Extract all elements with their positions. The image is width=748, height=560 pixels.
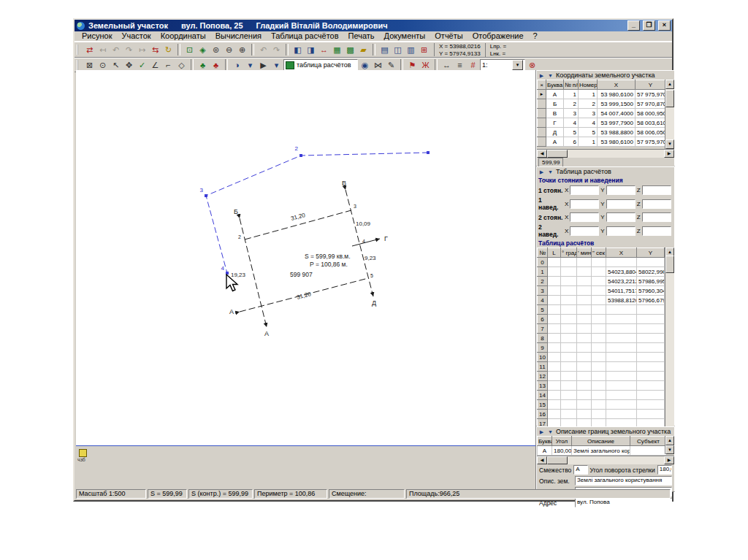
refresh-icon[interactable]: ↻ (162, 45, 175, 55)
region-select-icon[interactable]: ◇ (175, 60, 188, 71)
col-l[interactable]: L (548, 248, 561, 258)
scroll-down-icon[interactable]: ▼ (665, 445, 674, 455)
titlebar[interactable]: Земельный участок вул. Попова, 25 Гладки… (75, 20, 672, 31)
menu-risunok[interactable]: Рисунок (77, 31, 117, 41)
tree-delete-icon[interactable]: ♣ (210, 60, 222, 71)
play-dropdown-icon[interactable]: ▾ (270, 60, 283, 71)
toolbar-grip[interactable] (77, 45, 80, 55)
zoom-pan-icon[interactable]: ⊙ (96, 60, 109, 71)
menu-otobrazhenie[interactable]: Отображение (468, 31, 528, 41)
angle-measure-icon[interactable]: ∠ (149, 60, 161, 71)
snap-icon[interactable]: ✓ (136, 60, 148, 71)
menu-tablica-raschetov[interactable]: Таблица расчётов (267, 31, 343, 41)
nav-prev-icon[interactable]: ↶ (110, 45, 122, 55)
coordinates-row[interactable]: ► А 1 1 53 980,6100 57 975,970 (538, 90, 666, 99)
calc-panel-header[interactable]: ▶ ▼ Таблица расчётов (537, 167, 674, 176)
scale-combobox[interactable]: 1: ▾ (480, 59, 525, 71)
mode-combobox[interactable]: таблица расчётов (283, 59, 358, 71)
station-z-field[interactable] (642, 185, 671, 195)
calc-row[interactable]: 4 53988,8126 57966,679 0 (538, 296, 667, 305)
smezhestvo-field[interactable]: А (573, 465, 587, 475)
page-setup-icon[interactable]: ⊞ (418, 45, 430, 55)
scroll-right-icon[interactable]: ▶ (664, 456, 674, 464)
tree-add-icon[interactable]: ♣ (196, 60, 209, 71)
boundary-arrow-g[interactable] (352, 239, 380, 246)
calc-row[interactable]: 7 (538, 324, 667, 334)
col-sek[interactable]: " сек (592, 248, 606, 258)
scroll-thumb[interactable] (665, 90, 674, 107)
blue-point-marker[interactable] (205, 194, 207, 197)
scroll-thumb[interactable] (665, 256, 674, 273)
calc-row[interactable]: 10 (538, 353, 667, 362)
coordinates-row[interactable]: А 6 1 53 980,6100 57 975,970 (538, 137, 666, 147)
panel-collapse-icon[interactable]: ▼ (547, 429, 554, 435)
calc-row[interactable]: 9 (538, 343, 667, 353)
shift-points-2-icon[interactable]: ⇆ (149, 45, 161, 55)
zoom-object-icon[interactable]: ◈ (196, 45, 209, 55)
col-selector[interactable]: × (538, 80, 546, 90)
report-icon[interactable]: ▤ (378, 45, 391, 55)
minimize-button[interactable]: _ (627, 20, 640, 31)
cell-right-icon[interactable]: ◨ (305, 45, 317, 55)
menu-uchastok[interactable]: Участок (118, 31, 156, 41)
print-preview-icon[interactable]: ◫ (392, 45, 404, 55)
toolbar-grip[interactable] (77, 60, 80, 70)
calc-row[interactable]: 16 (538, 410, 667, 419)
flag-icon[interactable]: ⚑ (406, 60, 419, 71)
fragment-point-icon[interactable] (79, 449, 87, 457)
col-y[interactable]: Y (636, 80, 666, 90)
play-menu-icon[interactable]: ▶ (257, 60, 270, 71)
undo-icon[interactable]: ↶ (257, 45, 270, 55)
menu-otchety[interactable]: Отчёты (430, 31, 467, 41)
calc-row[interactable]: 5 (538, 305, 667, 315)
vertical-scrollbar[interactable]: ▲ ▼ (665, 80, 674, 149)
calc-row[interactable]: 15 (538, 400, 667, 410)
bounds-row[interactable]: А 180,00 Землі загального корист (538, 446, 667, 456)
col-min[interactable]: ' мин (577, 248, 592, 258)
calc-row[interactable]: 11 (538, 362, 667, 372)
scroll-down-icon[interactable]: ▼ (665, 139, 674, 149)
restore-button[interactable]: ❐ (643, 20, 655, 31)
shift-points-icon[interactable]: ⇄ (83, 45, 96, 55)
converge-icon[interactable]: ⋈ (372, 60, 384, 71)
station-x-field[interactable] (570, 199, 599, 209)
vertical-scrollbar[interactable]: ▲ ▼ (665, 248, 674, 440)
calc-table-icon[interactable]: ▦ (331, 45, 343, 55)
station-y-field[interactable] (606, 185, 636, 195)
print-icon[interactable]: ▥ (405, 45, 417, 55)
menu-koordinaty[interactable]: Координаты (156, 31, 210, 41)
calc-row[interactable]: 12 (538, 372, 667, 381)
grid-mx-icon[interactable]: # (467, 60, 479, 71)
scroll-left-icon[interactable]: ◀ (537, 150, 547, 158)
orbit-dropdown-icon[interactable]: ▾ (244, 60, 256, 71)
menu-vychisleniya[interactable]: Вычисления (211, 31, 266, 41)
ruler-icon[interactable]: ≡ (454, 60, 466, 71)
station-y-field[interactable] (606, 199, 636, 209)
zoom-extents-icon[interactable]: ⊚ (210, 45, 222, 55)
folder-open-icon[interactable]: ▰ (357, 45, 370, 55)
mirror-icon[interactable]: Ж (419, 60, 432, 71)
cell-left-icon[interactable]: ◧ (291, 45, 304, 55)
coordinates-row[interactable]: Б 2 2 53 999,1500 57 970,870 (538, 99, 666, 109)
col-x[interactable]: X (598, 80, 636, 90)
calc-row[interactable]: 1 54023,8804 58022,990 0 (538, 267, 667, 277)
redo-icon[interactable]: ↷ (270, 45, 283, 55)
station-y-field[interactable] (606, 212, 636, 222)
col-desc[interactable]: Описание (572, 437, 630, 446)
col-x[interactable]: X (606, 248, 637, 258)
nav-first-icon[interactable]: ↤ (96, 45, 109, 55)
panel-expand-icon[interactable]: ▶ (538, 169, 545, 175)
scroll-thumb[interactable] (547, 456, 568, 464)
menu-pechat[interactable]: Печать (344, 31, 379, 41)
col-n[interactable]: № (538, 248, 548, 258)
orbit-menu-icon[interactable]: ◑ (231, 60, 243, 71)
bounds-panel-header[interactable]: ▶ ▼ Описание границ земельного участка (537, 427, 674, 436)
zoom-region-icon[interactable]: ⊡ (183, 45, 196, 55)
drawing-canvas[interactable]: 2 3 4 А Б В Г Д А 2 (76, 70, 535, 492)
close-button[interactable]: × (658, 20, 671, 31)
blue-point-marker[interactable] (299, 154, 302, 157)
calc-row[interactable]: 3 54011,7517 57960,304 0 (538, 286, 667, 296)
col-grad[interactable]: ° град (561, 248, 577, 258)
calc-row[interactable]: 6 (538, 315, 667, 324)
horizontal-scrollbar[interactable]: ◀ ▶ (537, 456, 674, 464)
